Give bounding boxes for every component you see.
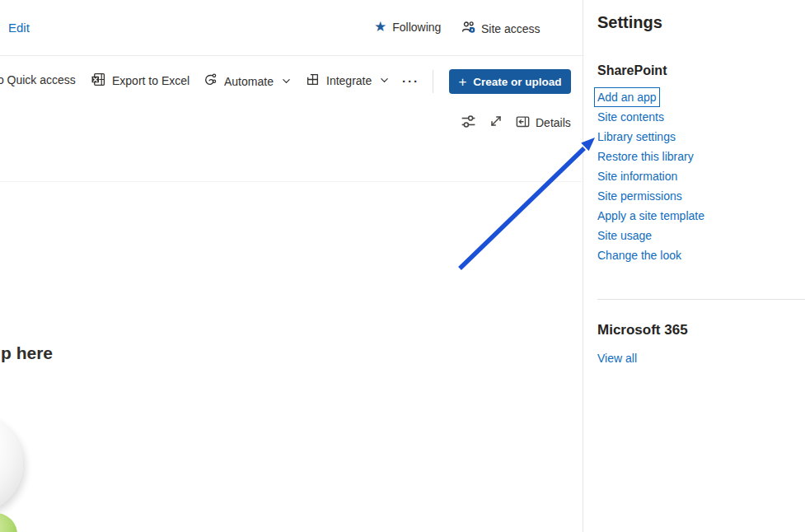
automate-menu-button[interactable]: Automate	[203, 72, 291, 90]
star-icon: ★	[374, 20, 386, 34]
link-restore-this-library[interactable]: Restore this library	[597, 147, 704, 166]
site-access-button[interactable]: Site access	[461, 20, 541, 38]
toolbar-divider	[433, 70, 433, 93]
link-view-all[interactable]: View all	[597, 348, 637, 368]
automate-label: Automate	[224, 75, 274, 88]
panel-section-divider	[597, 299, 805, 300]
chevron-down-icon	[380, 74, 389, 87]
drag-drop-hint-text: p here	[1, 343, 53, 363]
plate-photo	[0, 414, 23, 513]
excel-icon	[91, 72, 105, 89]
sharepoint-section-heading: SharePoint	[597, 63, 667, 78]
microsoft365-section-heading: Microsoft 365	[597, 322, 688, 338]
quick-access-label: to Quick access	[0, 73, 76, 86]
integrate-menu-button[interactable]: Integrate	[306, 72, 389, 89]
create-or-upload-label: Create or upload	[473, 76, 561, 88]
pin-quick-access-button[interactable]: to Quick access	[0, 73, 76, 86]
more-commands-button[interactable]: ···	[402, 74, 419, 88]
integrate-grid-icon	[306, 72, 320, 89]
fruit-photo	[0, 513, 17, 532]
expand-diagonal-icon	[488, 113, 504, 129]
link-site-contents[interactable]: Site contents	[597, 107, 704, 127]
link-apply-a-site-template[interactable]: Apply a site template	[597, 206, 704, 226]
integrate-label: Integrate	[326, 74, 372, 87]
settings-panel: Settings SharePoint Add an app Site cont…	[583, 0, 805, 532]
details-pane-button[interactable]: Details	[515, 114, 571, 132]
export-to-excel-button[interactable]: Export to Excel	[91, 72, 190, 89]
sliders-icon	[460, 113, 477, 130]
details-label: Details	[536, 116, 571, 129]
export-to-excel-label: Export to Excel	[112, 74, 190, 87]
chevron-down-icon	[282, 75, 291, 88]
list-header-divider	[0, 181, 582, 182]
automate-flow-icon	[203, 72, 218, 90]
link-change-the-look[interactable]: Change the look	[597, 245, 704, 265]
people-icon	[461, 20, 476, 38]
filters-button[interactable]	[460, 113, 477, 133]
link-site-permissions[interactable]: Site permissions	[597, 186, 704, 206]
link-library-settings[interactable]: Library settings	[597, 127, 704, 147]
link-add-an-app[interactable]: Add an app	[597, 87, 704, 107]
create-or-upload-button[interactable]: + Create or upload	[449, 69, 571, 94]
expand-view-button[interactable]	[488, 113, 504, 133]
link-site-information[interactable]: Site information	[597, 166, 704, 186]
header-divider	[0, 55, 583, 56]
following-button[interactable]: ★ Following	[374, 20, 441, 34]
link-add-an-app-label: Add an app	[594, 87, 660, 107]
details-pane-icon	[515, 114, 531, 132]
following-label: Following	[392, 21, 441, 34]
settings-panel-title: Settings	[597, 13, 662, 32]
link-site-usage[interactable]: Site usage	[597, 226, 704, 245]
plus-icon: +	[458, 75, 466, 89]
site-access-label: Site access	[481, 22, 541, 35]
edit-link[interactable]: Edit	[8, 21, 30, 35]
